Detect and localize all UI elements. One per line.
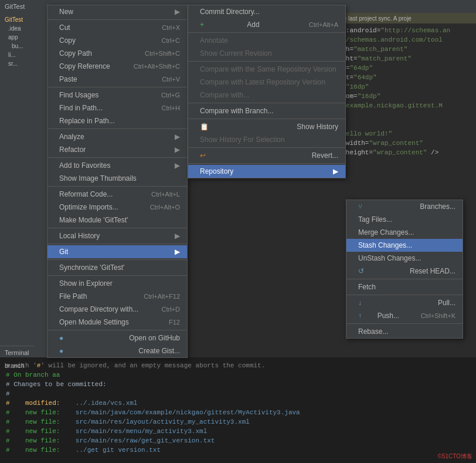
- git-menu-item-repository[interactable]: Repository ▶: [188, 165, 345, 178]
- menu-item-module-settings-label: Open Module Settings: [59, 317, 129, 327]
- menu-item-show-thumbnails[interactable]: Show Image Thumbnails: [47, 172, 187, 185]
- menu-item-copy-ref[interactable]: Copy Reference Ctrl+Alt+Shift+C: [47, 60, 187, 73]
- repo-menu-item-tag-files[interactable]: Tag Files...: [346, 213, 463, 226]
- menu-item-copy-path-shortcut: Ctrl+Shift+C: [145, 48, 180, 59]
- repo-menu-item-pull[interactable]: ↓ Pull...: [346, 296, 463, 309]
- repo-branches-label: Branches...: [420, 201, 455, 212]
- menu-item-make-module[interactable]: Make Module 'GitTest': [47, 214, 187, 227]
- menu-item-cut[interactable]: Cut Ctrl+X: [47, 21, 187, 34]
- menu-item-optimize-imports-label: Optimize Imports...: [59, 202, 118, 212]
- arrow-icon: ▶: [175, 160, 180, 171]
- menu-item-cut-label: Cut: [59, 22, 70, 33]
- menu-item-add-to-favorites[interactable]: Add to Favorites ▶: [47, 159, 187, 172]
- menu-item-optimize-imports-shortcut: Ctrl+Alt+O: [150, 202, 180, 212]
- menu-item-paste[interactable]: Paste Ctrl+V: [47, 73, 187, 86]
- repo-menu-item-reset-head[interactable]: ↺ Reset HEAD...: [346, 265, 463, 278]
- menu-item-copy-label: Copy: [59, 35, 76, 46]
- menu-item-paste-label: Paste: [59, 74, 77, 85]
- build-folder: bu...: [2, 42, 45, 50]
- gist-icon: ●: [59, 346, 69, 356]
- repo-push-label: Push...: [378, 310, 399, 321]
- git-menu-item-show-history[interactable]: 📋 Show History: [188, 120, 345, 133]
- branch-label: branch: [5, 362, 25, 369]
- repo-unstash-label: UnStash Changes...: [358, 253, 421, 263]
- menu-item-copy[interactable]: Copy Ctrl+C: [47, 34, 187, 47]
- menu-item-synchronize[interactable]: Synchronize 'GitTest': [47, 261, 187, 274]
- src-folder: sr...: [2, 59, 45, 68]
- menu-separator: [188, 147, 345, 148]
- menu-item-copy-path-label: Copy Path: [59, 48, 92, 59]
- repo-submenu: ⑂ Branches... Tag Files... Merge Changes…: [346, 200, 463, 339]
- repo-stash-label: Stash Changes...: [358, 240, 412, 251]
- menu-item-find-usages[interactable]: Find Usages Ctrl+G: [47, 89, 187, 102]
- app-folder: app: [2, 33, 45, 42]
- menu-item-local-history[interactable]: Local History ▶: [47, 229, 187, 242]
- repo-menu-item-push[interactable]: ↑ Push... Ctrl+Shift+K: [346, 309, 463, 322]
- terminal-panel: # with '#' will be ignored, and an empty…: [0, 357, 476, 463]
- git-menu-item-compare-with: Compare with...: [188, 89, 345, 102]
- git-menu-item-revert[interactable]: ↩ Revert...: [188, 149, 345, 162]
- repo-menu-item-fetch[interactable]: Fetch: [346, 280, 463, 293]
- menu-item-reformat[interactable]: Reformat Code... Ctrl+Alt+L: [47, 188, 187, 201]
- menu-item-local-history-label: Local History: [59, 231, 100, 241]
- git-compare-latest-label: Compare with Latest Repository Version: [200, 77, 325, 87]
- menu-item-create-gist[interactable]: ● Create Gist...: [47, 344, 187, 357]
- menu-item-module-settings[interactable]: Open Module Settings F12: [47, 316, 187, 329]
- repo-menu-item-unstash[interactable]: UnStash Changes...: [346, 252, 463, 265]
- menu-item-open-github[interactable]: ● Open on GitHub: [47, 332, 187, 344]
- menu-item-replace-in-path[interactable]: Replace in Path...: [47, 114, 187, 127]
- menu-separator: [47, 259, 187, 260]
- arrow-icon: ▶: [175, 144, 180, 155]
- github-icon: ●: [59, 333, 69, 343]
- git-compare-with-label: Compare with...: [200, 90, 249, 100]
- menu-item-copy-shortcut: Ctrl+C: [162, 35, 180, 46]
- git-menu-item-commit-dir[interactable]: Commit Directory...: [188, 5, 345, 18]
- menu-separator: [47, 186, 187, 187]
- menu-item-file-path[interactable]: File Path Ctrl+Alt+F12: [47, 290, 187, 303]
- menu-item-find-in-path[interactable]: Find in Path... Ctrl+H: [47, 102, 187, 114]
- git-menu-item-compare-same-repo: Compare with the Same Repository Version: [188, 63, 345, 76]
- menu-item-refactor-label: Refactor: [59, 144, 86, 155]
- menu-item-compare-dir[interactable]: Compare Directory with... Ctrl+D: [47, 303, 187, 316]
- menu-item-git[interactable]: Git ▶: [47, 245, 187, 258]
- main-context-menu: New ▶ Cut Ctrl+X Copy Ctrl+C Copy Path C…: [47, 5, 188, 358]
- arrow-icon: ▶: [333, 166, 338, 177]
- git-annotate-label: Annotate: [200, 35, 228, 46]
- menu-item-analyze[interactable]: Analyze ▶: [47, 130, 187, 143]
- menu-item-copy-path[interactable]: Copy Path Ctrl+Shift+C: [47, 47, 187, 60]
- menu-item-optimize-imports[interactable]: Optimize Imports... Ctrl+Alt+O: [47, 201, 187, 214]
- menu-item-show-explorer[interactable]: Show in Explorer: [47, 277, 187, 290]
- menu-item-open-github-label: Open on GitHub: [129, 333, 180, 343]
- push-icon: ↑: [358, 310, 368, 321]
- menu-item-refactor[interactable]: Refactor ▶: [47, 143, 187, 156]
- repo-menu-item-stash[interactable]: Stash Changes...: [346, 239, 463, 252]
- menu-item-compare-dir-shortcut: Ctrl+D: [162, 304, 180, 315]
- menu-item-git-label: Git: [59, 246, 68, 257]
- menu-item-find-in-path-label: Find in Path...: [59, 103, 103, 113]
- git-menu-item-show-current: Show Current Revision: [188, 47, 345, 60]
- menu-separator: [188, 163, 345, 164]
- terminal-tab-label[interactable]: Terminal: [5, 349, 29, 356]
- git-menu-item-compare-branch[interactable]: Compare with Branch...: [188, 104, 345, 117]
- menu-item-module-settings-shortcut: F12: [169, 317, 180, 327]
- repo-fetch-label: Fetch: [358, 282, 376, 292]
- git-show-history-selection-label: Show History For Selection: [200, 134, 285, 145]
- menu-item-cut-shortcut: Ctrl+X: [162, 22, 180, 33]
- repo-menu-item-rebase[interactable]: Rebase...: [346, 325, 463, 338]
- git-menu-item-annotate: Annotate: [188, 34, 345, 47]
- terminal-line: #: [6, 389, 470, 398]
- menu-separator: [188, 61, 345, 62]
- history-icon: 📋: [200, 121, 209, 132]
- reset-icon: ↺: [358, 266, 368, 276]
- repo-menu-item-branches[interactable]: ⑂ Branches...: [346, 200, 463, 213]
- git-menu-item-add[interactable]: + Add Ctrl+Alt+A: [188, 18, 345, 31]
- menu-item-find-in-path-shortcut: Ctrl+H: [162, 103, 180, 113]
- repo-rebase-label: Rebase...: [358, 326, 388, 337]
- menu-separator: [188, 119, 345, 119]
- terminal-line: # modified: ../.idea/vcs.xml: [6, 398, 470, 408]
- menu-item-new[interactable]: New ▶: [47, 5, 187, 18]
- repo-menu-item-merge[interactable]: Merge Changes...: [346, 226, 463, 239]
- git-compare-branch-label: Compare with Branch...: [200, 106, 273, 116]
- menu-item-file-path-shortcut: Ctrl+Alt+F12: [144, 291, 180, 302]
- menu-item-copy-ref-shortcut: Ctrl+Alt+Shift+C: [134, 61, 180, 72]
